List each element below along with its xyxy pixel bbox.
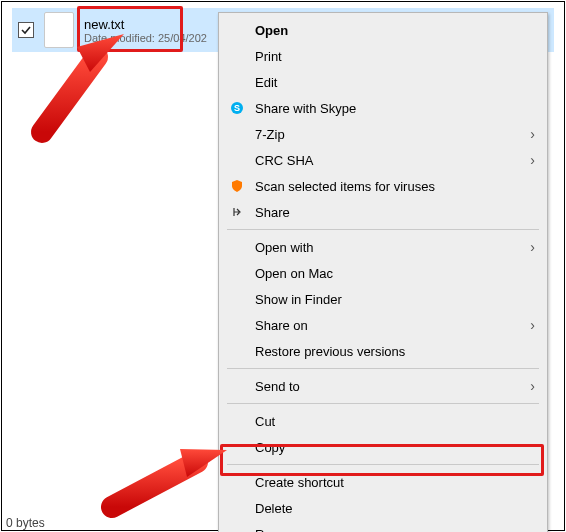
chevron-right-icon: ›: [530, 152, 535, 168]
menu-share-skype[interactable]: S Share with Skype: [221, 95, 545, 121]
file-name: new.txt: [84, 17, 207, 32]
window: new.txt Date modified: 25/04/202 Open Pr…: [1, 1, 565, 531]
menu-copy[interactable]: Copy: [221, 434, 545, 460]
menu-open[interactable]: Open: [221, 17, 545, 43]
separator: [227, 368, 539, 369]
chevron-right-icon: ›: [530, 317, 535, 333]
menu-crc-sha[interactable]: CRC SHA›: [221, 147, 545, 173]
menu-share[interactable]: Share: [221, 199, 545, 225]
share-icon: [229, 204, 245, 220]
context-menu: Open Print Edit S Share with Skype 7-Zip…: [218, 12, 548, 532]
svg-text:S: S: [234, 103, 240, 113]
status-bar-text: 0 bytes: [6, 516, 45, 530]
separator: [227, 403, 539, 404]
arrow-icon: [112, 449, 227, 507]
menu-rename[interactable]: Rename: [221, 521, 545, 532]
menu-open-on-mac[interactable]: Open on Mac: [221, 260, 545, 286]
menu-cut[interactable]: Cut: [221, 408, 545, 434]
file-meta: new.txt Date modified: 25/04/202: [84, 17, 207, 44]
file-date: Date modified: 25/04/202: [84, 32, 207, 44]
skype-icon: S: [229, 100, 245, 116]
menu-delete[interactable]: Delete: [221, 495, 545, 521]
menu-create-shortcut[interactable]: Create shortcut: [221, 469, 545, 495]
menu-7zip[interactable]: 7-Zip›: [221, 121, 545, 147]
menu-open-with[interactable]: Open with›: [221, 234, 545, 260]
file-icon: [44, 12, 74, 48]
separator: [227, 464, 539, 465]
menu-restore-versions[interactable]: Restore previous versions: [221, 338, 545, 364]
chevron-right-icon: ›: [530, 239, 535, 255]
menu-send-to[interactable]: Send to›: [221, 373, 545, 399]
check-icon: [21, 25, 31, 35]
menu-scan-viruses[interactable]: Scan selected items for viruses: [221, 173, 545, 199]
chevron-right-icon: ›: [530, 126, 535, 142]
checkbox[interactable]: [18, 22, 34, 38]
menu-show-in-finder[interactable]: Show in Finder: [221, 286, 545, 312]
shield-icon: [229, 178, 245, 194]
menu-print[interactable]: Print: [221, 43, 545, 69]
menu-share-on[interactable]: Share on›: [221, 312, 545, 338]
menu-edit[interactable]: Edit: [221, 69, 545, 95]
chevron-right-icon: ›: [530, 378, 535, 394]
separator: [227, 229, 539, 230]
